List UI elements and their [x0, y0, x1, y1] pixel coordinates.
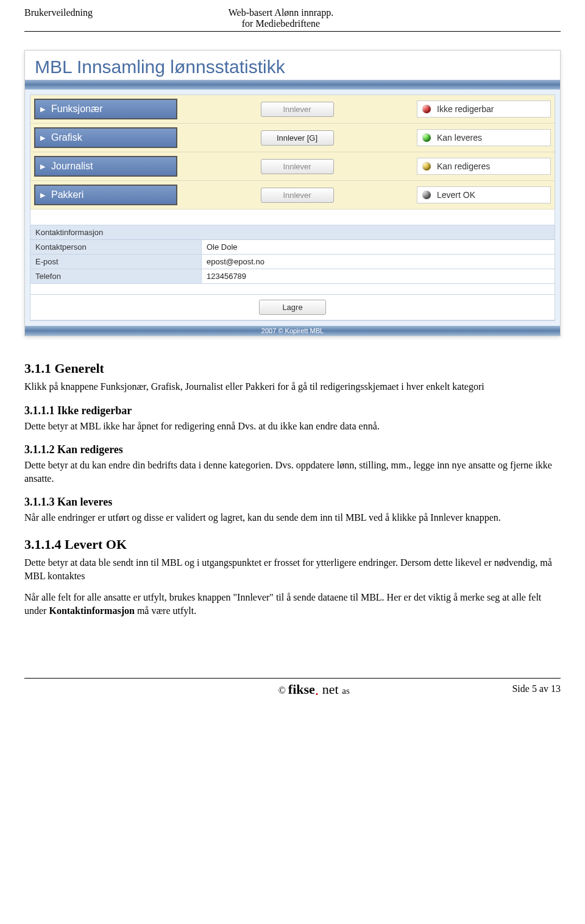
chevron-right-icon: ▶	[40, 191, 45, 199]
app-title: MBL Innsamling lønnsstatistikk	[35, 57, 550, 77]
status-cell: Ikke redigerbar	[417, 101, 551, 118]
category-button-funksjonaer[interactable]: ▶ Funksjonær	[34, 99, 177, 119]
brand-as: as	[342, 686, 350, 696]
footer-brand: © fikse. net as	[116, 680, 512, 698]
subsection-text-3112: Dette betyr at du kan endre din bedrifts…	[24, 459, 561, 485]
status-text: Kan leveres	[437, 133, 482, 143]
innlever-cell: Innlever [G]	[183, 130, 411, 146]
innlever-button[interactable]: Innlever	[261, 188, 334, 203]
contact-field-label: Telefon	[30, 269, 201, 283]
section-heading-311: 3.1.1 Generelt	[24, 361, 561, 376]
contact-field-value[interactable]: Ole Dole	[201, 240, 555, 254]
subsection-text-3113: Når alle endringer er utført og disse er…	[24, 511, 561, 524]
page-number: Side 5 av 13	[512, 683, 561, 694]
status-text: Kan redigeres	[437, 161, 490, 171]
text-frag-c: må være utfylt.	[135, 605, 196, 616]
category-row: ▶ Pakkeri Innlever Levert OK	[30, 181, 555, 210]
header-left: Brukerveiledning	[24, 7, 93, 29]
category-label: Pakkeri	[51, 189, 83, 200]
category-label: Journalist	[51, 161, 93, 172]
contact-field-label: E-post	[30, 255, 201, 269]
brand-fikse: fikse	[288, 682, 315, 697]
innlever-button[interactable]: Innlever [G]	[261, 130, 334, 146]
contact-field-value[interactable]: epost@epost.no	[201, 255, 555, 269]
category-row: ▶ Funksjonær Innlever Ikke redigerbar	[30, 95, 555, 124]
brand-dot-icon: .	[315, 681, 319, 699]
chevron-right-icon: ▶	[40, 134, 45, 142]
header-center: Web-basert Alønn innrapp. for Mediebedri…	[93, 7, 469, 29]
header-center-line1: Web-basert Alønn innrapp.	[93, 7, 469, 18]
status-dot-icon	[422, 162, 431, 171]
subsection-heading-3112: 3.1.1.2 Kan redigeres	[24, 443, 561, 456]
app-titlebar: MBL Innsamling lønnsstatistikk	[25, 51, 560, 80]
footer-row: © fikse. net as Side 5 av 13	[24, 679, 561, 698]
contact-field-value[interactable]: 123456789	[201, 269, 555, 283]
save-row: Lagre	[30, 295, 555, 320]
category-button-journalist[interactable]: ▶ Journalist	[34, 156, 177, 177]
category-label: Grafisk	[51, 132, 82, 143]
contact-field-row: Kontaktperson Ole Dole	[30, 240, 555, 255]
contact-section-header: Kontaktinformasjon	[30, 225, 555, 240]
status-text: Ikke redigerbar	[437, 104, 494, 114]
status-dot-icon	[422, 133, 431, 142]
status-cell: Kan redigeres	[417, 158, 551, 175]
chevron-right-icon: ▶	[40, 163, 45, 171]
section-text-311: Klikk på knappene Funksjonær, Grafisk, J…	[24, 380, 561, 393]
save-button[interactable]: Lagre	[259, 300, 326, 315]
contact-field-row: E-post epost@epost.no	[30, 255, 555, 269]
subsection-text-3111: Dette betyr at MBL ikke har åpnet for re…	[24, 420, 561, 433]
innlever-button[interactable]: Innlever	[261, 159, 334, 174]
brand-net: net	[319, 682, 342, 697]
subsection-text-3114-p1: Dette betyr at data ble sendt inn til MB…	[24, 556, 561, 582]
header-right-spacer	[469, 7, 561, 29]
app-footer: 2007 © Kopirett MBL	[25, 326, 560, 336]
text-frag-b: Kontaktinformasjon	[49, 605, 134, 616]
category-button-grafisk[interactable]: ▶ Grafisk	[34, 127, 177, 148]
category-row: ▶ Journalist Innlever Kan redigeres	[30, 152, 555, 181]
status-dot-icon	[422, 105, 431, 113]
innlever-cell: Innlever	[183, 159, 411, 174]
subsection-heading-3114: 3.1.1.4 Levert OK	[24, 537, 561, 552]
category-row: ▶ Grafisk Innlever [G] Kan leveres	[30, 124, 555, 152]
innlever-cell: Innlever	[183, 102, 411, 117]
app-screenshot: MBL Innsamling lønnsstatistikk ▶ Funksjo…	[24, 50, 561, 336]
subsection-text-3114-p2: Når alle felt for alle ansatte er utfylt…	[24, 591, 561, 617]
subsection-heading-3111: 3.1.1.1 Ikke redigerbar	[24, 404, 561, 417]
category-label: Funksjonær	[51, 104, 102, 115]
category-button-pakkeri[interactable]: ▶ Pakkeri	[34, 185, 177, 205]
copyright-symbol: ©	[278, 685, 288, 696]
innlever-button[interactable]: Innlever	[261, 102, 334, 117]
subsection-heading-3113: 3.1.1.3 Kan leveres	[24, 496, 561, 509]
app-body: ▶ Funksjonær Innlever Ikke redigerbar ▶ …	[25, 90, 560, 326]
status-text: Levert OK	[437, 190, 475, 200]
decorative-bar-top	[25, 80, 560, 90]
document-header: Brukerveiledning Web-basert Alønn innrap…	[24, 7, 561, 30]
chevron-right-icon: ▶	[40, 105, 45, 113]
document-footer: © fikse. net as Side 5 av 13	[24, 678, 561, 698]
header-rule	[24, 31, 561, 32]
spacer-row	[30, 210, 555, 225]
contact-field-row: Telefon 123456789	[30, 269, 555, 284]
innlever-cell: Innlever	[183, 188, 411, 203]
header-center-line2: for Mediebedriftene	[93, 18, 469, 29]
status-cell: Kan leveres	[417, 129, 551, 146]
status-dot-icon	[422, 191, 431, 199]
status-cell: Levert OK	[417, 186, 551, 203]
spacer-row	[30, 284, 555, 295]
app-inner-panel: ▶ Funksjonær Innlever Ikke redigerbar ▶ …	[30, 94, 555, 321]
contact-field-label: Kontaktperson	[30, 240, 201, 254]
